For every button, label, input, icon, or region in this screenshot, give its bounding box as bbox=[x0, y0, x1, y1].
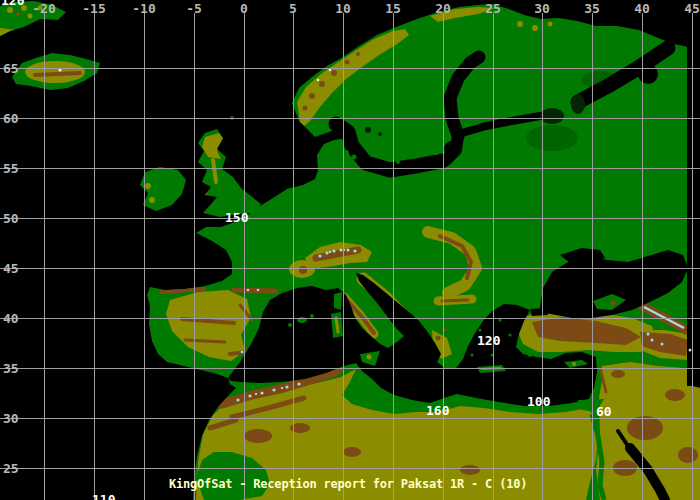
lat-tick-label: 60 bbox=[3, 112, 19, 125]
gotland bbox=[433, 143, 438, 155]
lon-tick-label: 40 bbox=[634, 2, 650, 15]
corsica bbox=[334, 292, 342, 310]
lon-tick-label: -10 bbox=[132, 2, 155, 15]
lon-tick-label: -15 bbox=[82, 2, 105, 15]
lon-tick-label: 30 bbox=[534, 2, 550, 15]
lon-tick-label: -20 bbox=[32, 2, 55, 15]
lon-tick-label: -5 bbox=[186, 2, 202, 15]
contour-label: 120 bbox=[1, 0, 24, 7]
lon-tick-label: 25 bbox=[485, 2, 501, 15]
reception-map: -20-15-10-505101520253035404565605550454… bbox=[0, 0, 700, 500]
ireland bbox=[140, 167, 186, 211]
contour-label: 60 bbox=[596, 405, 612, 418]
lake-onega bbox=[571, 94, 585, 114]
lat-tick-label: 50 bbox=[3, 212, 19, 225]
contour-label: 110 bbox=[92, 493, 115, 500]
lat-tick-label: 35 bbox=[3, 362, 19, 375]
europe-terrain-map bbox=[0, 0, 700, 500]
contour-label: 100 bbox=[527, 395, 550, 408]
lat-tick-label: 45 bbox=[3, 262, 19, 275]
lon-tick-label: 20 bbox=[435, 2, 451, 15]
lon-tick-label: 15 bbox=[385, 2, 401, 15]
map-title: KingOfSat - Reception report for Paksat … bbox=[169, 477, 527, 491]
lon-tick-label: 5 bbox=[289, 2, 297, 15]
lat-tick-label: 40 bbox=[3, 312, 19, 325]
lon-tick-label: 45 bbox=[684, 2, 700, 15]
contour-label: 120 bbox=[477, 334, 500, 347]
lat-tick-label: 25 bbox=[3, 462, 19, 475]
lat-tick-label: 55 bbox=[3, 162, 19, 175]
contour-label: 160 bbox=[426, 404, 449, 417]
contour-label: 150 bbox=[225, 211, 248, 224]
lon-tick-label: 10 bbox=[335, 2, 351, 15]
lat-tick-label: 65 bbox=[3, 62, 19, 75]
lon-tick-label: 0 bbox=[240, 2, 248, 15]
lat-tick-label: 30 bbox=[3, 412, 19, 425]
lon-tick-label: 35 bbox=[584, 2, 600, 15]
lake-ladoga bbox=[540, 108, 564, 124]
right-edge-void bbox=[687, 46, 700, 386]
